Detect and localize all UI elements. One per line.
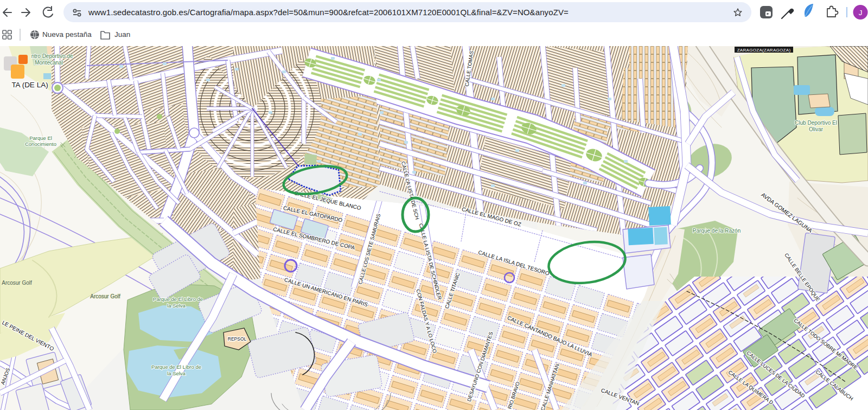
svg-text:la Selva: la Selva bbox=[167, 303, 186, 309]
svg-text:REPSOL: REPSOL bbox=[228, 336, 247, 342]
svg-text:Arcosur Golf: Arcosur Golf bbox=[2, 280, 32, 286]
svg-text:Parque de El Libro de: Parque de El Libro de bbox=[153, 296, 203, 302]
svg-text:J: J bbox=[859, 9, 863, 17]
svg-text:Arcosur Golf: Arcosur Golf bbox=[90, 293, 120, 299]
svg-text:ntro Deportivo de: ntro Deportivo de bbox=[31, 53, 73, 59]
svg-text:TA (DE LA): TA (DE LA) bbox=[11, 81, 48, 89]
svg-text:Club Deportivo El: Club Deportivo El bbox=[795, 120, 837, 126]
svg-text:Montecanal: Montecanal bbox=[35, 60, 63, 66]
svg-text:Parque El: Parque El bbox=[29, 135, 52, 141]
svg-text:Parque de la Razón: Parque de la Razón bbox=[693, 228, 741, 234]
svg-text:Conocimiento: Conocimiento bbox=[25, 141, 56, 147]
svg-text:Olivar: Olivar bbox=[809, 126, 824, 132]
svg-text:Parque de El Libro de: Parque de El Libro de bbox=[151, 364, 201, 370]
svg-text:la Selva: la Selva bbox=[167, 370, 186, 376]
svg-text:ZARAGOZA(ZARAGOZA): ZARAGOZA(ZARAGOZA) bbox=[737, 48, 791, 53]
